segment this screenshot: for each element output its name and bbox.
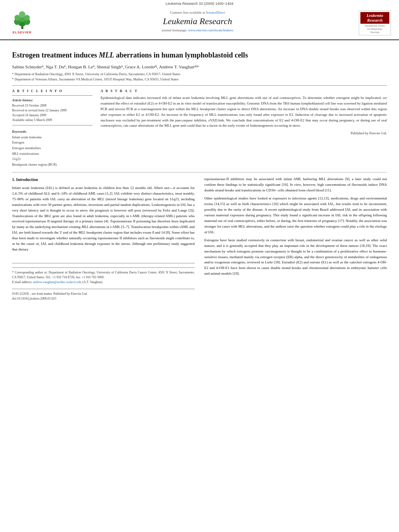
article-history-box: Article history: Received 23 October 200…	[12, 95, 93, 125]
right-para2: Other epidemiological studies have looke…	[204, 196, 387, 235]
intro-para1: Infant acute leukemia (IAL) is defined a…	[12, 185, 195, 253]
logo-journal-name: LeukemiaResearch	[361, 13, 389, 23]
svg-point-7	[19, 11, 25, 18]
email-line: E-mail address: andrew.vaughan@ucdmc.ucd…	[12, 280, 195, 285]
article-title: Estrogen treatment induces MLL aberratio…	[12, 51, 387, 60]
body-divider	[12, 172, 387, 173]
logo-subtitle: International Journalfor HematologyOncol…	[360, 25, 389, 34]
doi-line: doi:10.1016/j.leukres.2009.01.023	[12, 296, 195, 301]
published-by: Published by Elsevier Ltd.	[101, 131, 387, 135]
received-date: Received 23 October 2008	[12, 103, 93, 108]
keyword-4: MLL translocations	[12, 151, 93, 157]
sciencedirect-link[interactable]: ScienceDirect	[206, 10, 225, 14]
journal-header: ELSEVIER Contents lists available at Sci…	[0, 6, 399, 40]
author-email-link[interactable]: andrew.vaughan@ucdmc.ucdavis.edu	[33, 280, 82, 284]
abstract-text: Epidemiological data indicates increased…	[101, 95, 387, 129]
affiliation-b: ᵇ Department of Veterans Affairs, Sacram…	[12, 77, 387, 82]
revised-date: Received in revised form 22 January 2009	[12, 108, 93, 113]
elsevier-brand: ELSEVIER	[12, 31, 32, 34]
elsevier-tree-icon	[11, 10, 33, 31]
contents-line: Contents lists available at ScienceDirec…	[40, 10, 355, 14]
keyword-2: Estrogen	[12, 140, 93, 146]
main-content: Estrogen treatment induces MLL aberratio…	[0, 40, 399, 309]
keyword-1: Infant acute leukemia	[12, 135, 93, 140]
journal-center-header: Contents lists available at ScienceDirec…	[36, 10, 359, 32]
keyword-3: Estrogen metabolites	[12, 146, 93, 151]
article-info-abstract: A R T I C L E I N F O Article history: R…	[12, 89, 387, 168]
article-info-label: A R T I C L E I N F O	[12, 89, 93, 93]
affiliations: ᵃ Department of Radiation Oncology, 4501…	[12, 72, 387, 82]
journal-logo-right: LeukemiaResearch International Journalfo…	[359, 10, 391, 35]
footnote-area: * Corresponding author at: Department of…	[12, 267, 195, 285]
doi-bar: Leukemia Research 33 (2009) 1400–1404	[166, 2, 234, 6]
authors: Sabine Schnyderᵃ, Nga T. Duᵃ, Hongan B. …	[12, 64, 387, 70]
elsevier-logo: ELSEVIER	[8, 10, 36, 34]
right-para3: Estrogens have been studied extensively …	[204, 238, 387, 277]
page: Leukemia Research 33 (2009) 1400–1404 EL…	[0, 0, 399, 532]
divider-1	[12, 85, 387, 86]
keyword-5: 11q23	[12, 156, 93, 162]
history-label: Article history:	[12, 98, 93, 102]
bottom-bar: 0145-2126/$ – see front matter. Publishe…	[12, 289, 195, 302]
keywords-box: Keywords: Infant acute leukemia Estrogen…	[12, 129, 93, 168]
journal-title-header: Leukemia Research	[40, 16, 355, 27]
article-info-col: A R T I C L E I N F O Article history: R…	[12, 89, 93, 168]
front-matter-line: 0145-2126/$ – see front matter. Publishe…	[12, 292, 195, 296]
body-col-right: topoisomerase-II inhibitors may be assoc…	[204, 177, 387, 302]
body-col-left: 1. Introduction Infant acute leukemia (I…	[12, 177, 195, 302]
abstract-col: A B S T R A C T Epidemiological data ind…	[101, 89, 387, 168]
keyword-6: Breakpoint cluster region (BCR)	[12, 162, 93, 168]
homepage-link[interactable]: www.elsevier.com/locate/leukres	[188, 28, 233, 32]
abstract-label: A B S T R A C T	[101, 89, 387, 93]
journal-homepage: journal homepage: www.elsevier.com/locat…	[40, 28, 355, 32]
available-online-date: Available online 5 March 2009	[12, 118, 93, 123]
body-text: 1. Introduction Infant acute leukemia (I…	[12, 177, 387, 302]
intro-heading: 1. Introduction	[12, 177, 195, 183]
corresponding-author-note: * Corresponding author at: Department of…	[12, 270, 195, 280]
accepted-date: Accepted 24 January 2009	[12, 113, 93, 118]
affiliation-a: ᵃ Department of Radiation Oncology, 4501…	[12, 72, 387, 77]
keywords-label: Keywords:	[12, 129, 93, 134]
right-para1: topoisomerase-II inhibitors may be assoc…	[204, 177, 387, 193]
